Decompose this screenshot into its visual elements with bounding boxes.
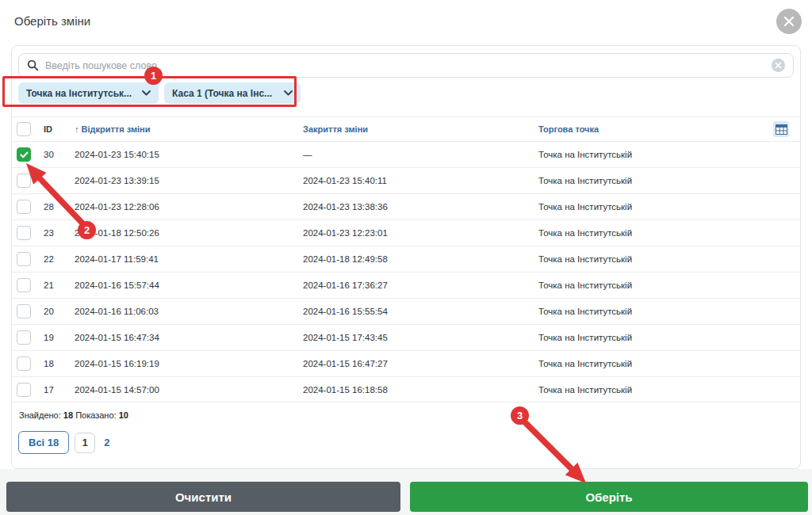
row-checkbox[interactable]: [17, 304, 31, 319]
table-row: 212024-01-16 15:57:442024-01-16 17:36:27…: [12, 272, 800, 298]
row-outlet: Точка на Інститутській: [538, 333, 768, 342]
row-outlet: Точка на Інститутській: [538, 280, 768, 290]
row-closing-time: 2024-01-15 16:18:58: [303, 385, 538, 395]
row-checkbox[interactable]: [17, 200, 31, 214]
row-closing-time: 2024-01-16 15:55:54: [303, 307, 538, 316]
column-header-opening[interactable]: ↑Відкриття зміни: [75, 124, 303, 134]
row-opening-time: 2024-01-15 16:19:19: [75, 359, 303, 368]
row-opening-time: 2024-01-23 15:40:15: [75, 150, 303, 159]
row-id: 19: [44, 333, 75, 342]
select-all-checkbox[interactable]: [17, 122, 31, 136]
row-id: 22: [44, 254, 75, 264]
row-checkbox[interactable]: [17, 226, 31, 240]
row-outlet: Точка на Інститутській: [538, 202, 768, 212]
close-button[interactable]: [776, 9, 802, 34]
row-checkbox[interactable]: [17, 357, 31, 371]
row-id: 17: [44, 385, 75, 395]
row-opening-time: 2024-01-16 11:06:03: [75, 307, 303, 316]
column-header-closing[interactable]: Закриття зміни: [303, 124, 538, 134]
select-shifts-modal: Оберіть зміни Введіть пошукове слово Точ…: [0, 0, 812, 515]
row-outlet: Точка на Інститутській: [538, 385, 768, 395]
row-closing-time: 2024-01-16 17:36:27: [303, 280, 538, 290]
row-id: 20: [44, 307, 75, 316]
row-opening-time: 2024-01-23 12:28:06: [75, 202, 303, 212]
chevron-down-icon: [142, 90, 151, 96]
row-id: 23: [44, 228, 75, 238]
row-checkbox[interactable]: [17, 278, 31, 292]
search-clear-button[interactable]: [772, 59, 785, 72]
row-opening-time: 2024-01-16 15:57:44: [75, 280, 303, 290]
outlet-filter-value: Точка на Інститутськ...: [26, 88, 132, 99]
table-row: 182024-01-15 16:19:192024-01-15 16:47:27…: [12, 350, 800, 376]
table-row: 222024-01-17 11:59:412024-01-18 12:49:58…: [12, 246, 800, 272]
row-checkbox[interactable]: [17, 147, 31, 162]
pagination: Всі 18 1 2: [18, 431, 110, 454]
select-button[interactable]: Оберіть: [410, 482, 808, 512]
table-body: 302024-01-23 15:40:15—Точка на Інститутс…: [12, 141, 800, 402]
row-checkbox[interactable]: [17, 330, 31, 345]
page-2-link[interactable]: 2: [104, 437, 109, 448]
row-id: 21: [44, 280, 75, 290]
shown-count: 10: [119, 410, 128, 420]
row-outlet: Точка на Інститутській: [538, 150, 768, 159]
row-id: 30: [44, 150, 75, 159]
table-row: 202024-01-16 11:06:032024-01-16 15:55:54…: [12, 298, 800, 324]
row-checkbox[interactable]: [17, 174, 31, 188]
row-closing-time: 2024-01-15 17:43:45: [303, 333, 538, 342]
table-row: 192024-01-15 16:47:342024-01-15 17:43:45…: [12, 324, 800, 350]
row-outlet: Точка на Інститутській: [538, 359, 768, 368]
page-1-button[interactable]: 1: [75, 433, 95, 453]
results-summary: Знайдено: 18 Показано: 10: [19, 410, 128, 420]
table-row: 302024-01-23 15:40:15—Точка на Інститутс…: [12, 141, 800, 167]
page-title: Оберіть зміни: [14, 14, 90, 28]
filters-bar: Точка на Інститутськ... Каса 1 (Точка на…: [18, 82, 301, 104]
row-outlet: Точка на Інститутській: [538, 176, 768, 185]
row-closing-time: 2024-01-23 15:40:11: [303, 176, 538, 185]
table-row: 232024-01-18 12:50:262024-01-23 12:23:01…: [12, 219, 800, 246]
row-outlet: Точка на Інститутській: [538, 307, 768, 316]
check-icon: [20, 151, 29, 158]
search-placeholder: Введіть пошукове слово: [45, 60, 157, 71]
shifts-panel: Введіть пошукове слово Точка на Інститут…: [11, 45, 801, 469]
row-opening-time: 2024-01-15 16:47:34: [75, 333, 303, 342]
table-grid-icon: [776, 124, 787, 135]
row-checkbox[interactable]: [17, 383, 31, 397]
search-input[interactable]: Введіть пошукове слово: [18, 53, 794, 78]
table-columns-button[interactable]: [773, 121, 789, 137]
clear-icon: [775, 62, 782, 69]
row-closing-time: 2024-01-15 16:47:27: [303, 359, 538, 368]
row-closing-time: 2024-01-23 13:38:36: [303, 202, 538, 212]
clear-button[interactable]: Очистити: [6, 482, 400, 512]
row-opening-time: 2024-01-17 11:59:41: [75, 254, 303, 264]
page-all-button[interactable]: Всі 18: [18, 431, 69, 454]
register-filter-dropdown[interactable]: Каса 1 (Точка на Інс...: [164, 82, 301, 104]
sort-ascending-icon: ↑: [75, 124, 79, 134]
row-closing-time: —: [303, 150, 538, 159]
column-header-id: ID: [44, 124, 75, 134]
outlet-filter-dropdown[interactable]: Точка на Інститутськ...: [18, 82, 159, 104]
chevron-down-icon: [284, 90, 293, 96]
search-icon: [27, 59, 39, 71]
row-outlet: Точка на Інститутській: [538, 254, 768, 264]
table-row: 282024-01-23 12:28:062024-01-23 13:38:36…: [12, 193, 800, 219]
close-icon: [783, 16, 795, 27]
table-row: 2024-01-23 13:39:152024-01-23 15:40:11То…: [12, 167, 800, 193]
row-opening-time: 2024-01-23 13:39:15: [75, 176, 303, 185]
table-row: 172024-01-15 14:57:002024-01-15 16:18:58…: [12, 376, 800, 402]
row-opening-time: 2024-01-15 14:57:00: [75, 385, 303, 395]
row-checkbox[interactable]: [17, 252, 31, 266]
row-id: 28: [44, 202, 75, 212]
register-filter-value: Каса 1 (Точка на Інс...: [172, 88, 272, 99]
found-count: 18: [63, 410, 73, 420]
row-opening-time: 2024-01-18 12:50:26: [75, 228, 303, 238]
table-header-row: ID ↑Відкриття зміни Закриття зміни Торго…: [12, 116, 800, 141]
row-closing-time: 2024-01-23 12:23:01: [303, 228, 538, 238]
shifts-table: ID ↑Відкриття зміни Закриття зміни Торго…: [12, 116, 800, 402]
row-outlet: Точка на Інститутській: [538, 228, 768, 238]
row-id: 18: [44, 359, 75, 368]
column-header-outlet[interactable]: Торгова точка: [538, 124, 768, 134]
row-closing-time: 2024-01-18 12:49:58: [303, 254, 538, 264]
